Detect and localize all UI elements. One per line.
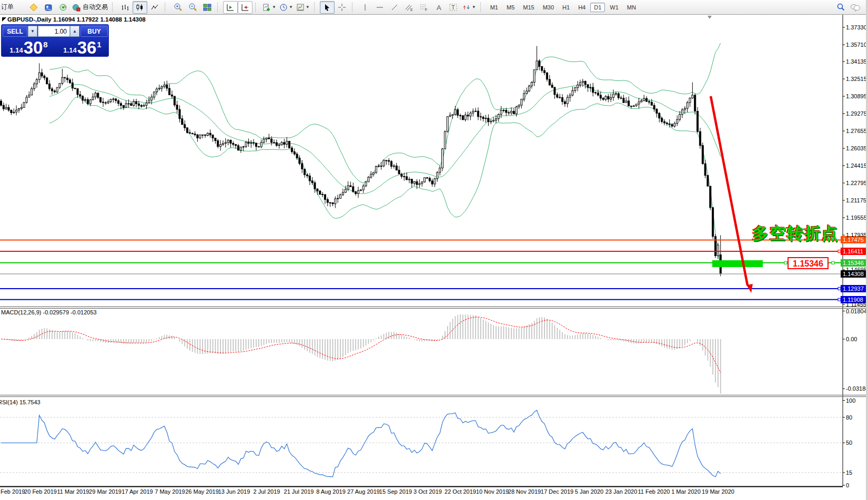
candle-body bbox=[82, 96, 84, 100]
candle-body bbox=[62, 77, 63, 83]
chart-expand-icon[interactable] bbox=[2, 17, 6, 22]
volume-increase-button[interactable]: ▲ bbox=[70, 26, 79, 37]
candle-body bbox=[72, 83, 73, 88]
candle-body bbox=[584, 81, 586, 85]
candle-body bbox=[707, 176, 709, 186]
candle-body bbox=[375, 166, 377, 172]
candle-body bbox=[74, 88, 76, 89]
date-axis-label: 8 Aug 2019 bbox=[316, 488, 346, 495]
candle-body bbox=[590, 87, 591, 88]
candle-body bbox=[31, 89, 33, 95]
candle-body bbox=[3, 105, 4, 109]
candle-body bbox=[380, 166, 382, 167]
candle-body bbox=[174, 96, 175, 105]
candle-body bbox=[289, 141, 290, 148]
line-handle[interactable] bbox=[784, 261, 787, 264]
candle-body bbox=[16, 110, 17, 112]
candle-body bbox=[531, 83, 532, 86]
candle-body bbox=[715, 237, 716, 256]
candle-body bbox=[574, 88, 576, 91]
candle-body bbox=[431, 181, 433, 184]
candle-body bbox=[169, 88, 170, 95]
candle-body bbox=[396, 166, 397, 170]
candle-body bbox=[411, 179, 412, 183]
candle-body bbox=[687, 103, 688, 108]
candle-body bbox=[23, 103, 25, 107]
volume-decrease-button[interactable]: ▼ bbox=[28, 26, 37, 37]
candle-body bbox=[212, 135, 214, 138]
rsi-axis-label: 80 bbox=[846, 414, 852, 421]
candle-body bbox=[301, 164, 303, 169]
candle-body bbox=[692, 95, 693, 98]
candle-body bbox=[426, 178, 428, 178]
bollinger-middle-band bbox=[49, 85, 721, 194]
price-badge: 1.15346 bbox=[841, 259, 866, 267]
annotation-layer bbox=[0, 16, 843, 301]
candle-body bbox=[158, 88, 160, 89]
candle-body bbox=[562, 98, 563, 102]
candle-body bbox=[260, 142, 262, 147]
candle-body bbox=[107, 101, 109, 103]
price-axis-label: 1.11455 bbox=[846, 301, 866, 308]
candle-body bbox=[164, 85, 165, 87]
candle-body bbox=[511, 111, 512, 113]
candle-body bbox=[633, 106, 634, 106]
candle-body bbox=[154, 92, 155, 97]
candle-body bbox=[539, 61, 540, 67]
candle-body bbox=[373, 172, 375, 174]
candle-body bbox=[52, 89, 53, 91]
macd-label: MACD(12,26,9) -0.029579 -0.012053 bbox=[1, 309, 97, 315]
bollinger-upper-band bbox=[49, 43, 721, 183]
candle-body bbox=[697, 111, 699, 132]
candle-body bbox=[335, 199, 336, 204]
candle-body bbox=[319, 191, 321, 194]
price-axis-label: 1.32515 bbox=[846, 76, 867, 82]
price-axis-label: 1.14695 bbox=[846, 267, 867, 273]
turning-point-annotation[interactable]: 多空转折点 bbox=[752, 222, 839, 244]
candle-body bbox=[500, 110, 502, 115]
candle-body bbox=[625, 101, 627, 103]
candle-body bbox=[56, 87, 58, 92]
candle-body bbox=[516, 107, 517, 114]
candle-body bbox=[189, 132, 190, 134]
candle-body bbox=[365, 182, 367, 186]
candle-body bbox=[368, 177, 369, 182]
candle-body bbox=[44, 76, 45, 78]
candle-body bbox=[623, 98, 624, 103]
sell-price[interactable]: 1.14 30 8 bbox=[3, 38, 55, 56]
candle-body bbox=[309, 176, 310, 181]
volume-input[interactable] bbox=[38, 26, 70, 37]
line-handle[interactable] bbox=[832, 261, 834, 264]
candle-body bbox=[258, 147, 259, 147]
candle-body bbox=[694, 95, 696, 111]
candle-body bbox=[643, 98, 645, 100]
candle-body bbox=[322, 195, 324, 195]
price-flag-label[interactable]: 1.15346 bbox=[788, 257, 829, 269]
candle-body bbox=[646, 98, 648, 101]
candle-body bbox=[455, 109, 456, 114]
buy-button[interactable]: BUY bbox=[80, 26, 108, 37]
candle-body bbox=[59, 84, 60, 88]
candle-body bbox=[393, 166, 395, 166]
date-axis-label: 3 Oct 2019 bbox=[413, 488, 442, 495]
candle-body bbox=[120, 104, 122, 106]
chart-title: GBPUSD-,Daily 1.16094 1.17922 1.14088 1.… bbox=[7, 16, 146, 23]
candle-body bbox=[291, 148, 292, 152]
red-trend-arrow[interactable] bbox=[711, 96, 748, 285]
candle-body bbox=[419, 183, 420, 185]
date-axis-label: 17 Dec 2019 bbox=[541, 488, 573, 495]
candle-body bbox=[577, 85, 579, 88]
candle-body bbox=[87, 99, 88, 104]
green-highlight-bar[interactable] bbox=[712, 260, 763, 267]
candle-body bbox=[600, 95, 601, 98]
candle-body bbox=[337, 198, 339, 199]
candle-body bbox=[702, 146, 703, 164]
candle-body bbox=[69, 80, 70, 83]
candle-body bbox=[21, 107, 22, 108]
candle-body bbox=[409, 179, 410, 180]
chart-canvas[interactable] bbox=[0, 0, 868, 500]
candle-body bbox=[656, 109, 658, 113]
buy-price[interactable]: 1.14 36 1 bbox=[56, 38, 108, 56]
candle-body bbox=[681, 110, 683, 115]
sell-button[interactable]: SELL bbox=[3, 26, 27, 37]
